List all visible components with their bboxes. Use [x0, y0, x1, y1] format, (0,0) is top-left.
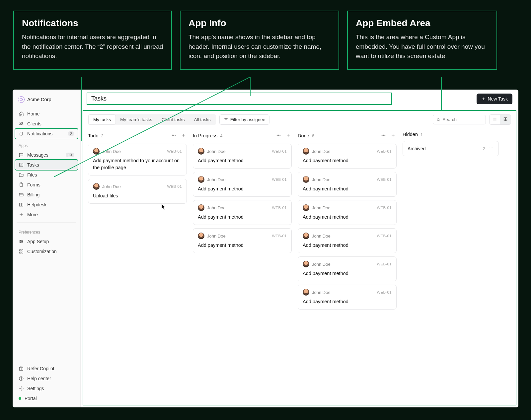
card-header: John DoeWEB-01	[303, 204, 392, 211]
sidebar-item-label: Portal	[25, 396, 74, 401]
card-header: John DoeWEB-01	[303, 176, 392, 183]
sidebar-item-clients[interactable]: Clients	[15, 119, 78, 129]
sidebar-item-files[interactable]: Files	[15, 170, 78, 180]
new-task-button[interactable]: New Task	[477, 94, 512, 104]
sidebar-item-portal[interactable]: Portal	[15, 393, 78, 403]
task-card[interactable]: John DoeWEB-01Add payment method	[298, 228, 397, 253]
task-card[interactable]: John DoeWEB-01Add payment method to your…	[88, 144, 187, 175]
filter-icon	[224, 117, 228, 122]
svg-point-28	[21, 388, 22, 389]
task-card[interactable]: John DoeWEB-01Add payment method	[298, 172, 397, 197]
sidebar-item-customization[interactable]: Customization	[15, 246, 78, 256]
callout-body: This is the area where a Custom App is e…	[356, 33, 489, 61]
svg-point-27	[21, 380, 21, 380]
task-card[interactable]: John DoeWEB-01Add payment method	[298, 200, 397, 225]
svg-rect-23	[22, 252, 23, 253]
column-add-button[interactable]	[180, 132, 187, 140]
column-add-button[interactable]	[285, 132, 292, 140]
tab-all-tasks[interactable]: All tasks	[189, 115, 215, 124]
svg-rect-21	[22, 250, 23, 251]
card-user: John Doe	[312, 177, 331, 182]
card-title: Add payment method	[303, 270, 392, 277]
list-view-button[interactable]	[490, 115, 500, 124]
sidebar-item-settings[interactable]: Settings	[15, 384, 78, 393]
filter-button[interactable]: Filter by assignee	[219, 114, 270, 125]
task-card[interactable]: John DoeWEB-01Add payment method	[298, 144, 397, 169]
sidebar-item-help[interactable]: Help center	[15, 374, 78, 384]
sidebar-item-forms[interactable]: Forms	[15, 180, 78, 190]
svg-rect-40	[506, 117, 507, 119]
avatar	[198, 233, 204, 239]
sidebar-item-refer[interactable]: Refer Copilot	[15, 364, 78, 374]
book-icon	[19, 202, 24, 207]
svg-point-18	[22, 241, 23, 242]
new-task-label: New Task	[488, 96, 508, 102]
svg-point-54	[383, 135, 384, 135]
sidebar-item-tasks[interactable]: Tasks	[15, 159, 78, 171]
tab-team-tasks[interactable]: My team's tasks	[115, 115, 157, 124]
svg-point-60	[492, 148, 493, 148]
column-more-button[interactable]	[275, 132, 282, 140]
sidebar-item-label: Customization	[27, 249, 74, 254]
avatar	[303, 233, 309, 239]
search-box[interactable]	[433, 115, 486, 124]
sidebar-item-billing[interactable]: Billing	[15, 190, 78, 200]
tab-my-tasks[interactable]: My tasks	[89, 115, 115, 124]
sidebar-item-messages[interactable]: Messages 13	[15, 150, 78, 160]
card-code: WEB-01	[377, 262, 392, 266]
card-title: Add payment method	[303, 214, 392, 221]
sidebar-item-home[interactable]: Home	[15, 109, 78, 119]
sidebar-section-prefs: Preferences	[15, 225, 78, 237]
task-card[interactable]: John DoeWEB-01Add payment method	[298, 285, 397, 310]
board-column-hidden: Hidden1Archived2	[403, 130, 499, 156]
divider	[17, 222, 76, 223]
sidebar-item-label: Home	[27, 111, 74, 116]
card-code: WEB-01	[377, 177, 392, 181]
card-title: Add payment method	[303, 157, 392, 164]
sidebar-item-label: Tasks	[27, 162, 74, 168]
brand-name: Acme Corp	[27, 97, 51, 102]
task-card[interactable]: John DoeWEB-01Add payment method	[193, 172, 292, 197]
svg-point-44	[173, 135, 174, 135]
column-more-button[interactable]	[380, 132, 387, 140]
tab-client-tasks[interactable]: Client tasks	[157, 115, 190, 124]
board-column: In Progress4John DoeWEB-01Add payment me…	[193, 130, 292, 256]
task-card[interactable]: John DoeWEB-01Add payment method	[298, 256, 397, 281]
card-code: WEB-01	[272, 177, 287, 181]
column-header: Todo2	[88, 130, 187, 144]
svg-point-5	[20, 122, 22, 124]
column-add-button[interactable]	[390, 132, 397, 140]
view-tabs: My tasks My team's tasks Client tasks Al…	[88, 114, 216, 125]
hidden-row-more-button[interactable]	[489, 145, 494, 152]
card-user: John Doe	[102, 184, 121, 189]
board-column: Todo2John DoeWEB-01Add payment method to…	[88, 130, 187, 207]
svg-line-35	[439, 120, 440, 121]
sliders-icon	[19, 239, 24, 244]
hidden-row[interactable]: Archived2	[403, 141, 499, 156]
task-card[interactable]: John DoeWEB-01Add payment method	[193, 228, 292, 253]
svg-point-45	[175, 135, 176, 135]
card-code: WEB-01	[272, 149, 287, 153]
search-input[interactable]	[442, 117, 482, 122]
sidebar-item-app-setup[interactable]: App Setup	[15, 237, 78, 246]
view-toggle	[489, 114, 511, 125]
board-view-button[interactable]	[500, 115, 511, 124]
sidebar-item-notifications[interactable]: Notifications 2	[15, 128, 78, 139]
sidebar-item-helpdesk[interactable]: Helpdesk	[15, 200, 78, 210]
task-card[interactable]: John DoeWEB-01Add payment method	[193, 144, 292, 169]
sidebar-item-label: Forms	[27, 182, 74, 187]
column-header: In Progress4	[193, 130, 292, 144]
sidebar-item-more[interactable]: More	[15, 210, 78, 220]
svg-point-43	[172, 135, 173, 135]
card-user: John Doe	[207, 149, 226, 154]
task-card[interactable]: John DoeWEB-01Upload files	[88, 179, 187, 204]
brand[interactable]: Acme Corp	[15, 94, 78, 109]
card-header: John DoeWEB-01	[303, 261, 392, 267]
column-more-button[interactable]	[170, 132, 177, 140]
sidebar-item-label: Helpdesk	[27, 202, 74, 207]
card-code: WEB-01	[272, 206, 287, 210]
column-header: Hidden1	[403, 130, 499, 141]
avatar	[303, 289, 309, 296]
task-card[interactable]: John DoeWEB-01Add payment method	[193, 200, 292, 225]
board-column: Done6John DoeWEB-01Add payment methodJoh…	[298, 130, 397, 313]
